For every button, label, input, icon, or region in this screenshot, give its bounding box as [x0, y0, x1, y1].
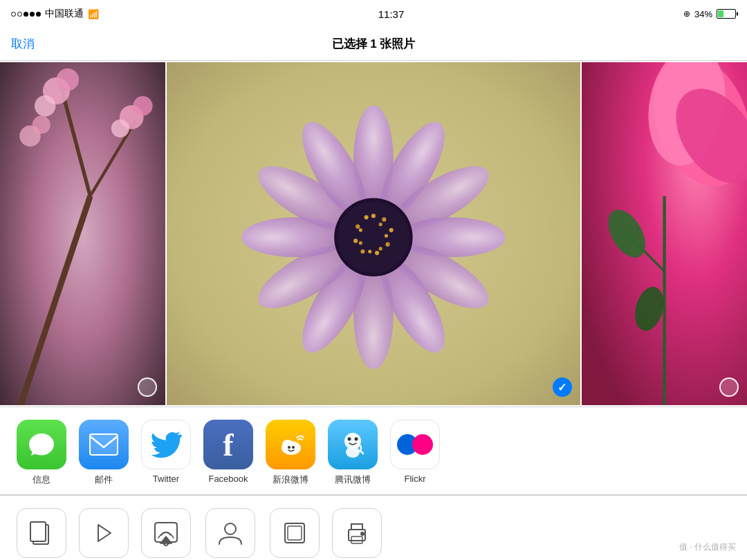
signal-dot-3 [24, 12, 28, 17]
share-mail[interactable]: 邮件 [79, 420, 129, 486]
svg-point-41 [359, 228, 362, 232]
action-slideshow[interactable]: 幻灯片显示 [79, 508, 129, 560]
share-messages[interactable]: 信息 [17, 420, 66, 486]
action-print[interactable]: 打印 [332, 508, 382, 560]
svg-point-35 [365, 215, 369, 219]
messages-label: 信息 [33, 474, 50, 486]
wifi-icon: 📶 [88, 9, 99, 19]
signal-dot-5 [36, 12, 41, 17]
action-airplay[interactable]: AirPlay [141, 508, 191, 560]
share-twitter[interactable]: Twitter [141, 420, 191, 484]
svg-marker-66 [98, 525, 111, 541]
svg-point-58 [348, 438, 351, 441]
svg-point-59 [355, 438, 358, 441]
nav-title: 已选择 1 张照片 [332, 36, 416, 52]
location-icon: ⊕ [683, 9, 690, 19]
cancel-button[interactable]: 取消 [11, 36, 35, 52]
mail-label: 邮件 [95, 474, 113, 486]
signal-dot-1 [11, 12, 16, 17]
selection-circle-flower[interactable]: ✓ [553, 377, 572, 397]
signal-dot-2 [17, 12, 22, 17]
print-icon [332, 508, 382, 558]
flickr-icon [390, 420, 440, 469]
facebook-label: Facebook [208, 474, 248, 484]
signal-dot-4 [30, 12, 35, 17]
svg-point-9 [111, 120, 129, 138]
photo-grid: ✓ [0, 61, 747, 407]
svg-point-68 [225, 523, 236, 534]
twitter-icon [141, 420, 191, 469]
share-flickr[interactable]: Flickr [390, 420, 440, 484]
svg-point-11 [33, 115, 50, 133]
share-tencent-weibo[interactable]: 腾讯微博 [328, 420, 378, 486]
svg-rect-65 [30, 522, 46, 541]
svg-point-32 [360, 250, 365, 254]
svg-point-39 [368, 250, 371, 253]
action-wallpaper[interactable]: 用作墙纸 [270, 508, 320, 560]
share-weibo[interactable]: 新浪微博 [266, 420, 315, 486]
svg-point-38 [379, 247, 382, 250]
svg-point-26 [340, 203, 408, 272]
app-icons-row: 信息 邮件 Twitter f Facebook [0, 407, 747, 495]
signal-dots [11, 12, 41, 17]
status-bar: 中国联通 📶 11:37 ⊕ 34% [0, 0, 747, 28]
battery-percent: 34% [694, 9, 712, 19]
svg-point-73 [361, 532, 364, 535]
carrier-label: 中国联通 [45, 8, 84, 20]
svg-point-55 [288, 446, 290, 449]
svg-point-36 [379, 223, 382, 226]
svg-rect-70 [288, 526, 302, 540]
airplay-icon [141, 508, 191, 558]
messages-icon [17, 420, 66, 469]
action-icons-row: 拷贝 幻灯片显示 AirPlay 指定给联系人 [0, 496, 747, 560]
weibo-icon [266, 420, 315, 469]
weibo-label: 新浪微博 [273, 474, 308, 486]
action-assign-contact[interactable]: 指定给联系人 [203, 508, 257, 560]
svg-point-37 [385, 234, 388, 238]
svg-point-56 [292, 446, 295, 449]
status-right: ⊕ 34% [683, 9, 736, 19]
svg-point-27 [371, 214, 376, 218]
copy-icon [17, 508, 66, 558]
svg-point-40 [359, 241, 362, 245]
svg-point-5 [57, 68, 80, 91]
flickr-label: Flickr [404, 474, 425, 484]
wallpaper-icon [270, 508, 320, 558]
status-left: 中国联通 📶 [11, 8, 99, 20]
svg-point-34 [356, 225, 360, 229]
svg-line-63 [360, 451, 363, 454]
photo-flower[interactable]: ✓ [167, 62, 580, 405]
battery-icon [717, 9, 736, 19]
selection-circle-cherry[interactable] [138, 377, 157, 397]
photo-cherry[interactable] [0, 62, 165, 405]
svg-point-31 [375, 251, 379, 255]
photo-pink[interactable] [582, 62, 747, 405]
svg-point-28 [382, 217, 386, 221]
assign-contact-icon [205, 508, 255, 558]
svg-point-62 [356, 446, 359, 449]
share-facebook[interactable]: f Facebook [203, 420, 253, 484]
svg-marker-67 [160, 536, 172, 543]
tencent-weibo-label: 腾讯微博 [335, 474, 371, 486]
svg-point-6 [35, 95, 55, 116]
checkmark-icon: ✓ [557, 381, 566, 394]
twitter-label: Twitter [153, 474, 179, 484]
slideshow-icon [79, 508, 129, 558]
svg-point-54 [282, 440, 293, 448]
facebook-icon: f [203, 420, 253, 469]
selection-circle-pink[interactable] [719, 377, 739, 397]
svg-point-30 [386, 242, 390, 246]
svg-rect-50 [90, 434, 118, 455]
nav-bar: 取消 已选择 1 张照片 [0, 28, 747, 61]
svg-point-8 [133, 96, 152, 115]
svg-point-33 [353, 239, 358, 243]
svg-point-29 [389, 228, 394, 232]
tencent-weibo-icon [328, 420, 378, 469]
facebook-f: f [223, 427, 233, 463]
flickr-dot-pink [412, 434, 433, 455]
action-copy[interactable]: 拷贝 [17, 508, 66, 560]
watermark: 值 · 什么值得买 [679, 541, 736, 553]
status-time: 11:37 [378, 8, 405, 20]
mail-icon [79, 420, 129, 469]
